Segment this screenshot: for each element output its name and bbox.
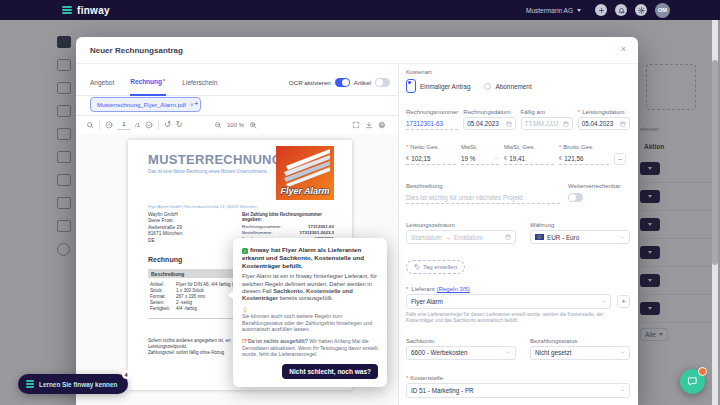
pdf-references: Bei Zahlung bitte Rechnungsnummer angebe…: [242, 212, 334, 241]
netto-input[interactable]: €102,15: [406, 152, 456, 165]
ocr-toggle-label: OCR aktivieren: [289, 79, 331, 86]
pdf-section-heading: Rechnung: [148, 256, 182, 263]
bezahlungsstatus-select[interactable]: Nicht gesetzt: [530, 346, 630, 360]
company-name: Mustermann AG: [526, 7, 573, 14]
search-icon[interactable]: [86, 121, 94, 129]
create-tag-button[interactable]: Tag erstellen: [406, 260, 465, 274]
fullscreen-icon[interactable]: [352, 121, 360, 129]
chat-bubble-icon: [687, 376, 698, 387]
leistungsdatum-input[interactable]: 05.04.2023: [578, 117, 630, 130]
kostenstelle-label: *Kostenstelle: [406, 375, 630, 381]
rotate-right-icon[interactable]: ↻: [176, 121, 183, 129]
app-logo[interactable]: finway: [77, 5, 110, 16]
rotate-left-icon[interactable]: ↺: [164, 121, 171, 129]
file-name: Musterrechnung_Flyer_Alarm.pdf: [97, 102, 186, 108]
file-tab[interactable]: Musterrechnung_Flyer_Alarm.pdf ×: [90, 97, 201, 112]
beschreibung-label: Beschreibung: [406, 183, 560, 189]
modal-title: Neuer Rechnungsantrag: [90, 46, 183, 55]
close-icon[interactable]: ×: [621, 45, 626, 54]
zoom-level[interactable]: 100 %: [227, 122, 244, 128]
download-icon[interactable]: [365, 121, 373, 129]
radio-abonnement[interactable]: Abonnement: [484, 83, 531, 90]
chevron-down-icon: [620, 350, 625, 355]
collapse-amounts-button[interactable]: −: [614, 153, 626, 165]
calendar-icon: [506, 121, 512, 127]
lieferant-select[interactable]: Flyer Alarm: [406, 294, 611, 309]
chevron-down-icon: [577, 9, 581, 12]
menu-icon[interactable]: [62, 6, 72, 15]
rechnungsnummer-label: Rechnungsnummer: [406, 109, 458, 115]
chevron-down-icon: [506, 350, 511, 355]
page-scrollbar[interactable]: [712, 20, 718, 405]
tab-label: Lieferschein: [182, 79, 217, 86]
assistant-popup: ✓finway hat Flyer Alarm als Lieferanten …: [233, 238, 387, 387]
mwst-ges-input[interactable]: €19,41: [504, 152, 554, 165]
onboarding-badge[interactable]: Lernen Sie finway kennen 4: [18, 374, 128, 394]
sachkonto-label: Sachkonto: [406, 338, 516, 344]
tab-lieferschein[interactable]: Lieferschein: [182, 69, 217, 95]
next-page-icon[interactable]: [145, 121, 153, 129]
interrobang-icon: !?: [242, 338, 247, 344]
add-supplier-button[interactable]: +: [617, 295, 630, 308]
print-icon[interactable]: [378, 121, 386, 129]
popup-next-button[interactable]: Nicht schlecht, noch was?: [282, 364, 378, 379]
company-switcher[interactable]: Mustermann AG: [526, 7, 581, 14]
tag-icon: [414, 264, 420, 270]
popup-tip: Sie könnten auch noch weitere Regeln zum…: [242, 307, 378, 333]
scrollbar-thumb[interactable]: [712, 60, 718, 265]
pdf-toolbar: /1 ↺ ↻ 100 %: [76, 115, 398, 135]
faellig-am-input[interactable]: TT.MM.JJJJ: [521, 117, 573, 130]
mwst-ges-label: MwSt. Ges.: [504, 144, 554, 150]
chevron-down-icon: [494, 156, 499, 161]
waehrung-select[interactable]: EUR - Euro: [530, 230, 630, 244]
zoom-in-icon[interactable]: [249, 121, 257, 129]
eu-flag-icon: [535, 234, 544, 240]
pdf-footer-text: Sofern nichts anderes angegeben ist, en …: [148, 338, 231, 356]
previous-page-icon[interactable]: [105, 121, 113, 129]
popup-body: Flyer Alarm ist ein in finway hinterlegt…: [242, 273, 378, 302]
mwst-select[interactable]: 19 %: [461, 152, 499, 165]
chat-fab[interactable]: [680, 369, 705, 394]
chevron-down-icon: [601, 299, 606, 304]
lieferant-label: * Lieferant (Regeln 3/5): [406, 286, 630, 292]
notifications-button[interactable]: [615, 4, 627, 16]
netto-label: *Netto Ges.: [406, 144, 456, 150]
page-number-input[interactable]: [118, 120, 130, 130]
leistungszeitraum-input[interactable]: Startdatum → Enddatum: [406, 230, 516, 244]
page-total: /1: [135, 122, 140, 128]
document-tabs: Angebot Rechnung * Lieferschein OCR akti…: [76, 69, 398, 96]
radio-einmaliger-antrag[interactable]: Einmaliger Antrag: [406, 79, 470, 93]
onboarding-count-badge: 4: [122, 370, 131, 379]
bell-icon: [618, 7, 625, 14]
add-file-button[interactable]: +: [194, 99, 199, 108]
rules-link[interactable]: (Regeln 3/5): [437, 286, 470, 292]
payment-hint: Bei Zahlung bitte Rechnungsnummer angebe…: [242, 212, 334, 222]
tab-label: Angebot: [90, 79, 114, 86]
brutto-input[interactable]: €121,56: [559, 152, 609, 165]
kostenstelle-select[interactable]: ID 51 - Marketing - PR: [406, 383, 630, 398]
settings-button[interactable]: [635, 4, 647, 16]
artikel-toggle[interactable]: [375, 78, 390, 87]
calendar-icon: [620, 121, 626, 127]
zoom-out-icon[interactable]: [214, 121, 222, 129]
avatar[interactable]: OM: [655, 3, 670, 18]
tab-rechnung[interactable]: Rechnung *: [130, 68, 166, 96]
weiterverrechenbar-label: Weiterverrechenbar: [568, 183, 630, 189]
sachkonto-select[interactable]: 6600 - Werbekosten: [406, 346, 516, 360]
rechnungsdatum-input[interactable]: 05.04.2023: [463, 117, 515, 130]
range-arrow-icon: →: [445, 234, 451, 241]
rechnungsnummer-input[interactable]: 17312301-63: [406, 117, 458, 130]
popup-note: !?Da ist nichts ausgefüllt? Wir haben An…: [242, 338, 378, 358]
svg-text:Flyer Alarm: Flyer Alarm: [280, 186, 329, 196]
tab-angebot[interactable]: Angebot: [90, 69, 114, 95]
add-button[interactable]: [595, 4, 607, 16]
topbar: finway Mustermann AG OM: [0, 0, 720, 20]
lieferant-helper-text: Falls eine Lieferantenregel für diesen L…: [406, 312, 630, 324]
artikel-toggle-label: Artikel: [354, 79, 371, 86]
pdf-subtitle: Das ist eine fiktive Rechnung eines fikt…: [148, 169, 268, 174]
pdf-recipient-address: Wayfin GmbH Steve Frost Atelierstraße 29…: [148, 212, 182, 244]
beschreibung-input[interactable]: Dies ist wichtig für unser nächstes Proj…: [406, 191, 560, 204]
file-tab-strip: Musterrechnung_Flyer_Alarm.pdf × +: [76, 95, 398, 116]
ocr-toggle[interactable]: [335, 78, 350, 87]
weiterverrechenbar-toggle[interactable]: [568, 193, 583, 202]
